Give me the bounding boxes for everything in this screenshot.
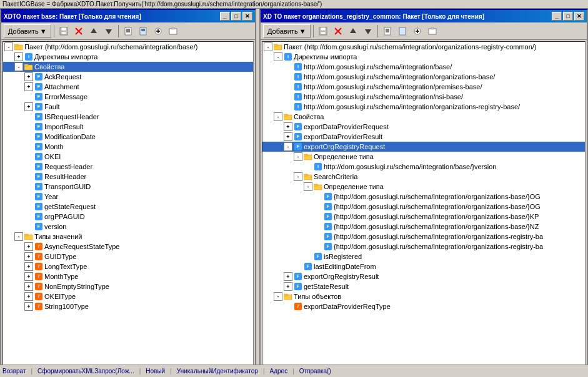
tree-node[interactable]: -Пакет (http://dom.gosuslugi.ru/schema/i…: [262, 42, 585, 52]
tree-toggle-collapse[interactable]: -: [274, 112, 282, 121]
tree-node[interactable]: -Пакет (http://dom.gosuslugi.ru/schema/i…: [3, 42, 253, 52]
tree-toggle-expand[interactable]: +: [24, 82, 33, 91]
tree-node[interactable]: F{http://dom.gosuslugi.ru/schema/integra…: [262, 242, 585, 252]
tree-toggle-collapse[interactable]: -: [294, 152, 302, 161]
nav2-icon-left[interactable]: [136, 24, 150, 38]
nav1-icon-left[interactable]: [121, 24, 135, 38]
tree-node[interactable]: ihttp://dom.gosuslugi.ru/schema/integrat…: [262, 82, 585, 92]
tree-toggle-expand[interactable]: +: [24, 262, 33, 271]
tree-toggle-expand[interactable]: +: [24, 102, 33, 111]
down-icon-left[interactable]: [102, 24, 116, 38]
status-item-2[interactable]: СформироватьXMLЗапрос(Лож...: [37, 368, 134, 375]
tree-node[interactable]: +FexportOrgRegistryResult: [262, 272, 585, 282]
tree-node[interactable]: -Определение типа: [262, 152, 585, 162]
tree-toggle-collapse[interactable]: -: [274, 52, 282, 61]
tree-toggle-expand[interactable]: +: [24, 242, 33, 251]
tree-node[interactable]: +TMonthType: [3, 272, 253, 282]
tree-node[interactable]: -Определение типа: [262, 182, 585, 192]
maximize-btn-left[interactable]: □: [231, 12, 241, 21]
status-item-1[interactable]: Возврат: [2, 368, 26, 375]
tree-node[interactable]: +iДирективы импорта: [3, 52, 253, 62]
tree-toggle-collapse[interactable]: -: [304, 182, 312, 191]
nav4-icon-right[interactable]: [426, 24, 439, 38]
tree-node[interactable]: +FexportDataProviderResult: [262, 132, 585, 142]
tree-toggle-collapse[interactable]: -: [284, 142, 292, 151]
close-btn-right[interactable]: ✕: [574, 12, 584, 21]
nav3-icon-right[interactable]: [411, 24, 424, 38]
tree-node[interactable]: +TGUIDType: [3, 252, 253, 262]
nav1-icon-right[interactable]: [381, 24, 394, 38]
tree-toggle-expand[interactable]: +: [24, 302, 33, 311]
add-btn-right[interactable]: Добавить ▼: [263, 24, 311, 38]
tree-node[interactable]: -SearchCriteria: [262, 172, 585, 182]
tree-node[interactable]: ihttp://dom.gosuslugi.ru/schema/integrat…: [262, 92, 585, 102]
tree-node[interactable]: ihttp://dom.gosuslugi.ru/schema/integrat…: [262, 62, 585, 72]
save-icon-left[interactable]: [57, 24, 71, 38]
tree-node[interactable]: ihttp://dom.gosuslugi.ru/schema/integrat…: [262, 162, 585, 172]
tree-node[interactable]: FisRegistered: [262, 252, 585, 262]
delete-icon-right[interactable]: [331, 24, 345, 38]
tree-node[interactable]: FResultHeader: [3, 172, 253, 182]
tree-toggle-expand[interactable]: +: [14, 52, 23, 61]
tree-node[interactable]: FOKEI: [3, 152, 253, 162]
tree-node[interactable]: F{http://dom.gosuslugi.ru/schema/integra…: [262, 192, 585, 202]
tree-node[interactable]: +TString100Type: [3, 301, 253, 311]
tree-node[interactable]: +FgetStateResult: [262, 282, 585, 291]
tree-node[interactable]: -Свойства: [3, 62, 253, 72]
up-icon-right[interactable]: [346, 24, 360, 38]
tree-toggle-collapse[interactable]: -: [264, 42, 272, 51]
tree-node[interactable]: FErrorMessage: [3, 92, 253, 102]
tree-node[interactable]: +TAsyncRequestStateType: [3, 242, 253, 252]
tree-node[interactable]: +FAckRequest: [3, 72, 253, 82]
tree-node[interactable]: FMonth: [3, 142, 253, 152]
tree-node[interactable]: F{http://dom.gosuslugi.ru/schema/integra…: [262, 202, 585, 212]
tree-node[interactable]: +FexportDataProviderRequest: [262, 122, 585, 132]
tree-node[interactable]: FgetStateRequest: [3, 202, 253, 212]
tree-node[interactable]: F{http://dom.gosuslugi.ru/schema/integra…: [262, 222, 585, 232]
tree-toggle-collapse[interactable]: -: [14, 232, 23, 241]
tree-toggle-expand[interactable]: +: [24, 292, 33, 301]
tree-node[interactable]: +TOKEIType: [3, 291, 253, 301]
close-btn-left[interactable]: ✕: [242, 12, 252, 21]
tree-node[interactable]: -Свойства: [262, 112, 585, 122]
down-icon-right[interactable]: [361, 24, 375, 38]
maximize-btn-right[interactable]: □: [563, 12, 573, 21]
tree-toggle-expand[interactable]: +: [284, 122, 292, 131]
status-item-6[interactable]: Отправка(): [299, 368, 331, 375]
tree-node[interactable]: Fversion: [3, 222, 253, 232]
tree-toggle-collapse[interactable]: -: [14, 62, 23, 71]
tree-toggle-expand[interactable]: +: [284, 282, 292, 291]
tree-toggle-expand[interactable]: +: [24, 72, 33, 81]
minimize-btn-right[interactable]: _: [552, 12, 562, 21]
tree-node[interactable]: FlastEditingDateFrom: [262, 262, 585, 272]
tree-node[interactable]: FTransportGUID: [3, 182, 253, 192]
tree-node[interactable]: +TNonEmptyStringType: [3, 282, 253, 291]
status-item-3[interactable]: Новый: [146, 368, 165, 375]
nav4-icon-left[interactable]: [166, 24, 180, 38]
tree-node[interactable]: TexportDataProviderReqType: [262, 301, 585, 311]
tree-toggle-collapse[interactable]: -: [274, 292, 282, 301]
tree-node[interactable]: FYear: [3, 192, 253, 202]
tree-node[interactable]: +TLongTextType: [3, 262, 253, 272]
tree-left[interactable]: -Пакет (http://dom.gosuslugi.ru/schema/i…: [2, 41, 254, 373]
tree-node[interactable]: FImportResult: [3, 122, 253, 132]
tree-node[interactable]: ihttp://dom.gosuslugi.ru/schema/integrat…: [262, 102, 585, 112]
tree-node[interactable]: -Типы значений: [3, 232, 253, 242]
minimize-btn-left[interactable]: _: [220, 12, 230, 21]
status-item-4[interactable]: УникальныйИдентификатор: [177, 368, 258, 375]
tree-node[interactable]: FISRequestHeader: [3, 112, 253, 122]
tree-node[interactable]: -Типы объектов: [262, 291, 585, 301]
tree-node[interactable]: -iДирективы импорта: [262, 52, 585, 62]
tree-toggle-collapse[interactable]: -: [4, 42, 13, 51]
tree-node[interactable]: +FAttachment: [3, 82, 253, 92]
tree-node[interactable]: +FFault: [3, 102, 253, 112]
tree-node[interactable]: -FexportOrgRegistryRequest: [262, 142, 585, 152]
delete-icon-left[interactable]: [72, 24, 86, 38]
nav2-icon-right[interactable]: [396, 24, 409, 38]
tree-toggle-expand[interactable]: +: [24, 272, 33, 281]
tree-node[interactable]: FRequestHeader: [3, 162, 253, 172]
save-icon-right[interactable]: [316, 24, 330, 38]
tree-node[interactable]: F{http://dom.gosuslugi.ru/schema/integra…: [262, 212, 585, 222]
tree-right[interactable]: -Пакет (http://dom.gosuslugi.ru/schema/i…: [262, 41, 586, 373]
add-btn-left[interactable]: Добавить ▼: [4, 24, 51, 38]
